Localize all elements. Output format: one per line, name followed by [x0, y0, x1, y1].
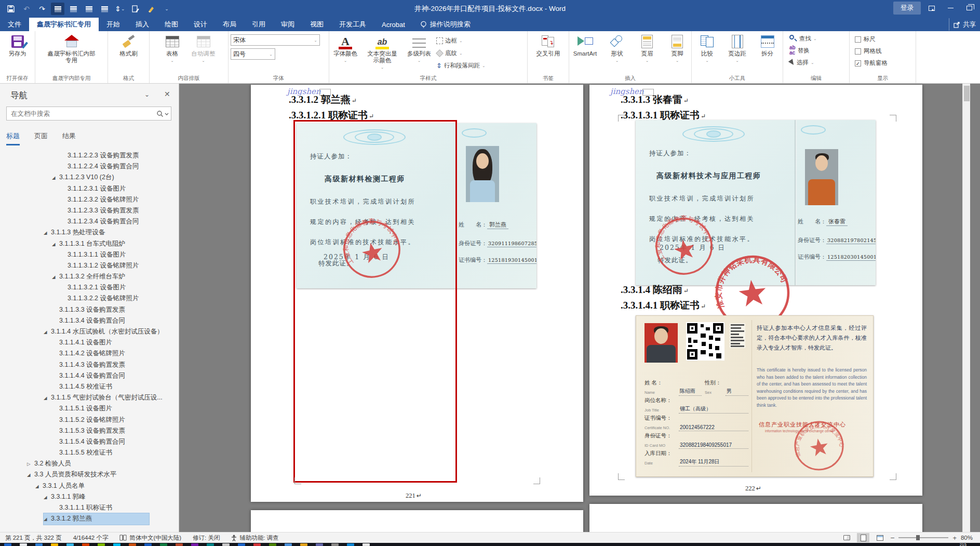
taskbar-clock[interactable]: 215 — [960, 543, 966, 546]
nav-tree-item[interactable]: 3.1.1.2.2.4 设备购置合同 — [0, 161, 179, 172]
share-button[interactable]: 共享 — [949, 18, 980, 31]
nav-tree-item[interactable]: ◢3.3.1.1 郭峰 — [0, 491, 179, 502]
nav-tree-item[interactable]: 3.3.1.1.1 职称证书 — [0, 502, 179, 513]
minimize-button[interactable] — [943, 2, 958, 15]
nav-tree-item[interactable]: 3.1.1.4.5 校准证书 — [0, 381, 179, 392]
taskbar-app-icon[interactable] — [20, 543, 27, 546]
taskbar-app-icon[interactable] — [331, 543, 339, 546]
nav-tree-item[interactable]: ◢3.3.1 人员名单 — [0, 481, 179, 491]
ruler-checkbox[interactable]: 标尺 — [855, 34, 876, 45]
document-page-next-right[interactable] — [589, 504, 922, 532]
nav-tree-item[interactable]: 3.1.1.3.1.1 设备图片 — [0, 249, 179, 260]
nav-tree-item[interactable]: 3.1.1.3.3 设备购置发票 — [0, 304, 179, 315]
nav-tree-item[interactable]: ◢3.1.1.3.1 台车式电阻炉 — [0, 238, 179, 249]
shapes-button[interactable]: 形状⌄ — [605, 33, 629, 65]
collapse-triangle-icon[interactable]: ◢ — [44, 492, 51, 503]
collapse-triangle-icon[interactable]: ◢ — [35, 481, 43, 492]
collapse-triangle-icon[interactable]: ◢ — [44, 327, 51, 338]
scrollbar-thumb[interactable] — [964, 86, 970, 101]
taskbar-app-icon[interactable] — [191, 543, 198, 546]
nav-tree-item[interactable]: 3.1.1.2.3.2 设备铭牌照片 — [0, 194, 179, 205]
table-button[interactable]: 表格⌄ — [160, 33, 184, 65]
line-spacing-icon[interactable]: ⇕⌄ — [113, 3, 127, 15]
document-page-222[interactable]: jingshen .3.3.1.3 张春雷↵ .3.3.1.3.1 职称证书↵ … — [589, 85, 922, 496]
nav-tree-item[interactable]: 3.1.1.2.3.3 设备购置发票 — [0, 205, 179, 216]
nav-tab-pages[interactable]: 页面 — [34, 131, 48, 145]
collapse-triangle-icon[interactable]: ◢ — [27, 470, 34, 481]
tab-references[interactable]: 引用 — [244, 18, 273, 31]
taskbar-app-icon[interactable] — [222, 543, 230, 546]
taskbar-app-icon[interactable] — [347, 543, 354, 546]
tab-view[interactable]: 视图 — [302, 18, 331, 31]
justify-icon[interactable] — [98, 3, 111, 15]
nav-tree-item[interactable]: ◢3.3 人员资质和研发技术水平 — [0, 469, 179, 480]
nav-tree-item[interactable]: ◢3.1.1.5 气密封试验台（气密封试压设... — [0, 392, 179, 403]
taskbar-app-icon[interactable] — [300, 543, 307, 546]
save-icon[interactable] — [4, 3, 18, 15]
nav-tree-item[interactable]: ◢3.1.1.3.2 全纤维台车炉 — [0, 271, 179, 282]
collapse-triangle-icon[interactable]: ◢ — [52, 272, 59, 283]
taskbar-app-icon[interactable] — [82, 543, 89, 546]
accessibility-indicator[interactable]: 辅助功能: 调查 — [231, 534, 278, 542]
taskbar-app-icon[interactable] — [269, 543, 276, 546]
taskbar-app-icon[interactable] — [98, 543, 105, 546]
nav-tree-item[interactable]: 3.1.1.5.1 设备图片 — [0, 403, 179, 414]
proofing-icon[interactable] — [129, 3, 142, 15]
undo-icon[interactable]: ↶ — [20, 3, 33, 15]
vertical-scrollbar[interactable] — [962, 84, 970, 532]
split-button[interactable]: 拆分 — [756, 33, 780, 58]
nav-tree-item[interactable]: 3.1.1.2.3.1 设备图片 — [0, 183, 179, 194]
word-count[interactable]: 4/16442 个字 — [73, 534, 109, 542]
font-name-combo[interactable]: 宋体⌄ — [231, 34, 320, 46]
heading-33141[interactable]: .3.3.1.4.1 职称证书↵ — [621, 299, 706, 312]
find-button[interactable]: 查找⌄ — [789, 33, 817, 44]
borders-button[interactable]: 边框⌄ — [436, 35, 486, 46]
nav-tree-item[interactable]: 3.1.1.2.2.3 设备购置发票 — [0, 150, 179, 161]
navigation-pane-checkbox[interactable]: ✓ 导航窗格 — [855, 58, 888, 69]
header-button[interactable]: 页眉⌄ — [635, 33, 659, 65]
nav-tree-item[interactable]: 3.1.1.2.3.4 设备购置合同 — [0, 216, 179, 227]
heading-3314[interactable]: .3.3.1.4 陈绍雨↵ — [621, 283, 689, 297]
zoom-out-button[interactable]: − — [890, 534, 894, 542]
red-selection-rectangle[interactable] — [293, 120, 457, 483]
text-highlight-button[interactable]: ab 文本突出显示颜色⌄ — [363, 33, 402, 72]
taskbar-app-icon[interactable] — [113, 543, 120, 546]
collapse-triangle-icon[interactable]: ◢ — [52, 172, 59, 183]
tell-me-search[interactable]: 操作说明搜索 — [413, 18, 478, 31]
taskbar-app-icon[interactable] — [238, 543, 245, 546]
collapse-triangle-icon[interactable]: ◢ — [52, 239, 59, 250]
taskbar-app-icon[interactable] — [253, 543, 261, 546]
expand-triangle-icon[interactable]: ▷ — [27, 459, 34, 470]
search-input[interactable] — [7, 110, 155, 117]
replace-button[interactable]: abac 替换 — [789, 45, 810, 56]
nav-tree-item[interactable]: 3.1.1.5.3 设备购置发票 — [0, 425, 179, 436]
document-page-next-left[interactable] — [251, 510, 583, 532]
nav-tab-headings[interactable]: 标题 — [6, 131, 20, 145]
tab-draw[interactable]: 绘图 — [157, 18, 186, 31]
footer-button[interactable]: 页脚⌄ — [665, 33, 689, 65]
nav-tree-item[interactable]: 3.1.1.4.2 设备铭牌照片 — [0, 348, 179, 359]
taskbar-app-icon[interactable] — [144, 543, 152, 546]
nav-tree-item[interactable]: 3.1.1.3.2.2 设备铭牌照片 — [0, 293, 179, 304]
compare-button[interactable]: 比较⌄ — [695, 33, 719, 65]
font-size-combo[interactable]: 四号⌄ — [231, 48, 275, 60]
multilevel-list-button[interactable]: 多级列表⌄ — [405, 33, 433, 65]
redo-icon[interactable]: ↷ — [35, 3, 49, 15]
document-canvas[interactable]: jingshen .3.3.1.2 郭兰燕↵ .3.3.1.2.1 职称证书↵ … — [179, 84, 980, 532]
nav-tree-item[interactable]: ◢3.3.1.2 郭兰燕 — [0, 513, 179, 524]
chevron-down-icon[interactable]: ⌄ — [144, 91, 150, 98]
align-right-icon[interactable] — [82, 3, 96, 15]
taskbar-app-icon[interactable] — [129, 543, 136, 546]
certificate-image-chenshaoyu[interactable]: 姓 名：Name 陈绍雨 性别：Sex 男 岗位名称：Job Title 铆工（… — [636, 315, 874, 477]
save-as-button[interactable]: 另存为 — [6, 33, 30, 58]
nav-tree-item[interactable]: 3.1.1.4.1 设备图片 — [0, 337, 179, 348]
nav-tab-results[interactable]: 结果 — [62, 131, 76, 145]
nav-tree-item[interactable]: 3.1.1.5.5 校准证书 — [0, 447, 179, 458]
smartart-button[interactable]: SmartArt — [571, 33, 599, 58]
ink-tool-icon[interactable] — [144, 3, 158, 15]
align-center-icon[interactable] — [66, 3, 80, 15]
tab-custom-active[interactable]: 鑫晟宇标书汇专用 — [29, 18, 99, 31]
tab-design[interactable]: 设计 — [186, 18, 215, 31]
nav-tree-item[interactable]: ◢3.1.1.4 水压试验机（水密封试压设备） — [0, 326, 179, 337]
heading-3313[interactable]: .3.3.1.3 张春雷↵ — [621, 93, 689, 106]
